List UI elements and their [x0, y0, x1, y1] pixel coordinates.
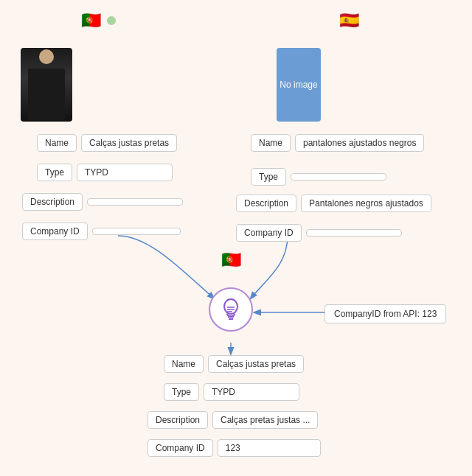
left-product-image: [21, 48, 72, 122]
left-type-row: Type TYPD: [37, 164, 173, 181]
result-desc-value: Calças pretas justas ...: [212, 411, 318, 429]
flag-spain: 🇪🇸: [336, 7, 362, 34]
result-companyid-value: 123: [218, 439, 321, 457]
right-name-value: pantalones ajustados negros: [295, 134, 424, 152]
api-badge: CompanyID from API: 123: [324, 304, 446, 323]
flag-portugal-2: 🇵🇹: [218, 247, 244, 273]
result-type-label: Type: [164, 383, 199, 401]
bulb-icon: [209, 287, 253, 332]
right-desc-row: Description Pantalones negros ajustados: [236, 195, 431, 212]
left-companyid-value: [92, 228, 181, 235]
left-type-value: TYPD: [77, 164, 173, 181]
right-product-image: No image: [277, 48, 321, 122]
left-type-label: Type: [37, 164, 72, 181]
result-companyid-label: Company ID: [148, 439, 213, 457]
left-name-label: Name: [37, 134, 77, 152]
left-name-row: Name Calças justas pretas: [37, 134, 177, 152]
right-desc-label: Description: [236, 195, 296, 212]
flag-portugal-1: 🇵🇹: [77, 7, 104, 34]
result-name-label: Name: [164, 355, 204, 373]
right-companyid-value: [306, 229, 402, 237]
result-name-value: Calças justas pretas: [208, 355, 304, 373]
right-name-row: Name pantalones ajustados negros: [251, 134, 424, 152]
left-name-value: Calças justas pretas: [81, 134, 177, 152]
right-companyid-label: Company ID: [236, 224, 302, 242]
result-desc-row: Description Calças pretas justas ...: [148, 411, 318, 429]
result-type-row: Type TYPD: [164, 383, 299, 401]
right-type-value: [291, 173, 386, 181]
left-companyid-row: Company ID: [22, 223, 181, 240]
result-name-row: Name Calças justas pretas: [164, 355, 304, 373]
right-type-label: Type: [251, 168, 286, 186]
left-desc-row: Description: [22, 193, 183, 211]
left-desc-value: [87, 198, 183, 206]
result-desc-label: Description: [148, 411, 208, 429]
left-desc-label: Description: [22, 193, 83, 211]
result-companyid-row: Company ID 123: [148, 439, 321, 457]
right-type-row: Type: [251, 168, 386, 186]
status-dot-left: [107, 16, 116, 25]
result-type-value: TYPD: [204, 383, 299, 401]
left-companyid-label: Company ID: [22, 223, 88, 240]
right-desc-value: Pantalones negros ajustados: [301, 195, 431, 212]
right-name-label: Name: [251, 134, 291, 152]
right-companyid-row: Company ID: [236, 224, 402, 242]
